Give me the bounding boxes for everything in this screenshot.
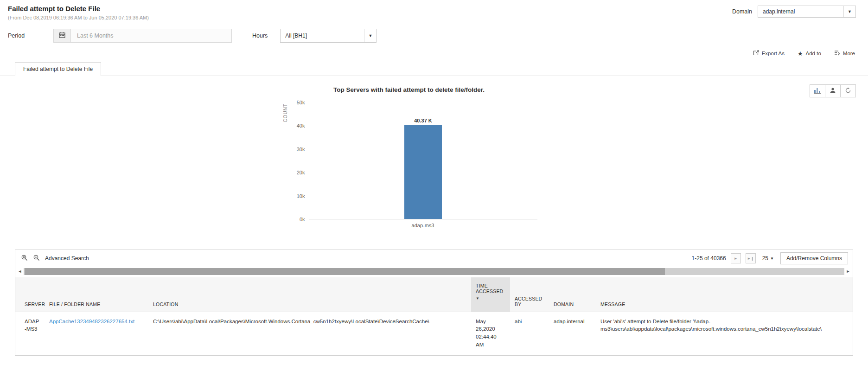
column-header-message[interactable]: MESSAGE [596,277,853,312]
y-tick: 0k [300,217,305,222]
more-label: More [843,51,855,56]
toolbar-left: Advanced Search [21,254,89,263]
refresh-button[interactable] [840,84,856,97]
chart-panel: Top Servers with failed attempt to delet… [0,76,868,237]
last-page-button[interactable]: ►❙ [746,253,756,263]
column-header-file-folder-name[interactable]: FILE / FOLDER NAME [45,277,148,312]
chevron-down-icon[interactable]: ▼ [364,29,376,42]
add-to-label: Add to [806,51,821,56]
domain-label: Domain [732,8,752,15]
page-size-select[interactable]: 25 ▼ [762,255,774,262]
user-icon [830,87,836,95]
column-header-domain[interactable]: DOMAIN [549,277,596,312]
column-header-location[interactable]: LOCATION [148,277,471,312]
bar-group-adap-ms3: 40.37 K [400,102,447,219]
chart-tools [810,84,856,97]
x-tick-adap-ms3: adap-ms3 [400,223,446,228]
more-button[interactable]: More [834,50,855,57]
calendar-button[interactable] [54,29,71,42]
column-search-icon [21,254,28,263]
add-to-button[interactable]: ★ Add to [798,51,821,57]
advanced-search-icon [33,254,40,263]
hours-label: Hours [252,32,268,39]
report-date-range: (From Dec 08,2019 06:19:36 AM to Jun 05,… [8,15,149,20]
pagination-range: 1-25 of 40366 [692,255,726,262]
y-axis-label-col: COUNT [281,102,290,219]
period-label: Period [8,32,53,39]
next-page-button[interactable]: ► [731,253,741,263]
chart-yticks: 50k40k30k20k10k0k [290,102,309,219]
chart-area: COUNT 50k40k30k20k10k0k 40.37 K adap-ms3 [281,102,537,228]
bar-value-label: 40.37 K [414,118,432,123]
bar-chart: Top Servers with failed attempt to delet… [281,86,537,228]
domain-select[interactable]: adap.internal ▼ [758,6,856,18]
page-title: Failed attempt to Delete File [8,5,149,13]
chart-xlabels: adap-ms3 [309,223,537,228]
results-table: SERVER FILE / FOLDER NAME LOCATION TIME … [15,277,853,355]
chart-type-button[interactable] [810,84,825,97]
report-header: Failed attempt to Delete File (From Dec … [0,0,868,20]
refresh-icon [845,87,851,95]
chart-title: Top Servers with failed attempt to delet… [281,86,537,93]
column-header-server[interactable]: SERVER [15,277,45,312]
table-toolbar: Advanced Search 1-25 of 40366 ► ►❙ 25 ▼ … [15,250,853,267]
hours-select-value: All [BH1] [281,32,307,39]
results-card: Advanced Search 1-25 of 40366 ► ►❙ 25 ▼ … [15,250,853,356]
cell-message: User 'abi's' attempt to Delete file/fold… [596,312,853,355]
y-tick: 10k [297,193,305,199]
chevron-down-icon: ▼ [770,256,774,261]
cell-file-folder-name: AppCache132349482326227654.txt [45,312,148,355]
horizontal-scrollbar[interactable]: ◄ ► [16,268,852,275]
scrollbar-track[interactable] [24,268,844,275]
title-block: Failed attempt to Delete File (From Dec … [8,5,149,20]
tab-failed-attempt-to-delete-file[interactable]: Failed attempt to Delete File [15,62,101,76]
scroll-left-icon[interactable]: ◄ [16,268,24,275]
y-tick: 40k [297,123,305,128]
action-row: Export As ★ Add to More [0,50,855,57]
y-tick: 20k [297,170,305,175]
cell-server: ADAP-MS3 [15,312,45,355]
next-page-icon: ► [734,256,738,261]
export-as-label: Export As [762,51,785,56]
column-header-time-accessed-label: TIME ACCESSED [476,283,505,294]
user-based-report-button[interactable] [825,84,841,97]
y-tick: 50k [297,100,305,105]
column-search-button[interactable] [21,254,28,263]
table-row: ADAP-MS3 AppCache132349482326227654.txt … [15,312,853,355]
chart-plot-col: 40.37 K adap-ms3 [309,102,537,228]
cell-domain: adap.internal [549,312,596,355]
cell-time-accessed: May 26,2020 02:44:40 AM [471,312,510,355]
file-link[interactable]: AppCache132349482326227654.txt [49,319,134,324]
cell-accessed-by: abi [510,312,549,355]
more-list-icon [834,50,840,57]
results-table-body: ADAP-MS3 AppCache132349482326227654.txt … [15,312,853,355]
advanced-search-label[interactable]: Advanced Search [45,255,89,262]
add-remove-columns-button[interactable]: Add/Remove Columns [780,252,848,264]
export-icon [753,50,759,57]
chart-plot: 40.37 K [309,102,537,219]
column-header-accessed-by[interactable]: ACCESSED BY [510,277,549,312]
period-input[interactable]: Last 6 Months [71,29,231,42]
results-table-head: SERVER FILE / FOLDER NAME LOCATION TIME … [15,277,853,312]
last-page-icon: ►❙ [747,256,754,261]
toolbar-right: 1-25 of 40366 ► ►❙ 25 ▼ Add/Remove Colum… [692,252,848,264]
chevron-down-icon[interactable]: ▼ [843,6,855,17]
filter-row: Period Last 6 Months Hours All [BH1] ▼ [8,29,868,43]
sort-desc-icon[interactable]: ▼ [476,296,505,301]
tab-bar: Failed attempt to Delete File [0,62,868,76]
bar-adap-ms3[interactable] [404,125,442,219]
column-header-time-accessed[interactable]: TIME ACCESSED ▼ [471,277,510,312]
domain-select-value: adap.internal [758,8,795,15]
calendar-icon [59,32,65,39]
y-tick: 30k [297,147,305,152]
hours-select[interactable]: All [BH1] ▼ [280,29,377,43]
cell-location: C:\Users\abi\AppData\Local\Packages\Micr… [148,312,471,355]
export-as-button[interactable]: Export As [753,50,785,57]
bar-chart-icon [814,87,821,95]
scrollbar-thumb[interactable] [25,268,665,275]
domain-block: Domain adap.internal ▼ [732,6,856,18]
period-control[interactable]: Last 6 Months [53,29,232,43]
advanced-search-button[interactable] [33,254,40,263]
scroll-right-icon[interactable]: ► [844,268,852,275]
y-axis-label: COUNT [283,103,288,122]
